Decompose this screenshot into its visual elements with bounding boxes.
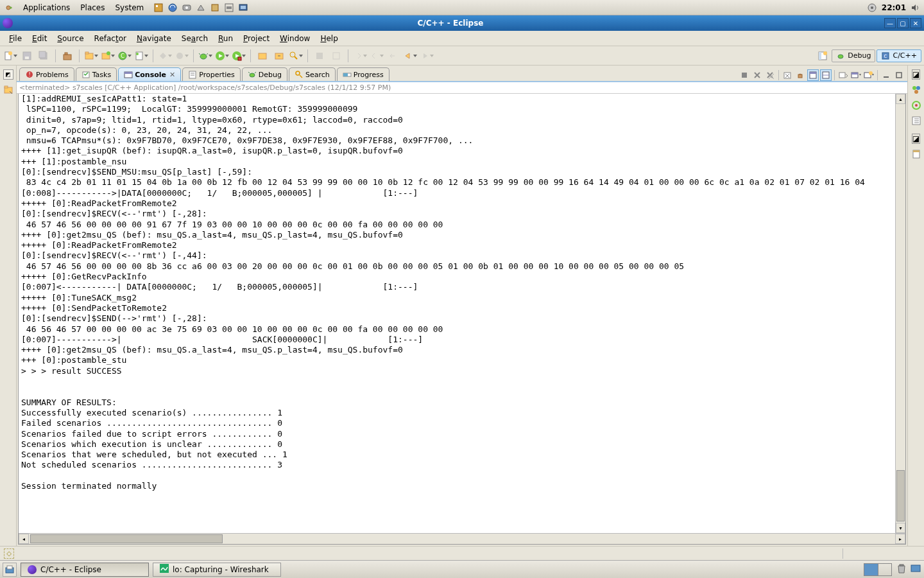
menu-refactor[interactable]: Refactor — [89, 32, 132, 45]
eclipse-window: C/C++ - Eclipse — ▢ ✕ File Edit Source R… — [0, 15, 924, 560]
tab-tasks[interactable]: Tasks — [76, 67, 117, 81]
new-class-button[interactable]: C — [117, 49, 132, 63]
run-button[interactable] — [214, 49, 230, 63]
gnome-applications-menu[interactable]: Applications — [18, 2, 75, 13]
menu-window[interactable]: Window — [275, 32, 315, 45]
project-explorer-icon[interactable] — [3, 85, 13, 97]
task-eclipse[interactable]: C/C++ - Eclipse — [21, 563, 149, 577]
maximize-button[interactable]: ▢ — [897, 18, 909, 28]
close-button[interactable]: ✕ — [910, 18, 921, 28]
show-desktop-button[interactable] — [3, 563, 17, 577]
menu-file[interactable]: File — [4, 32, 27, 45]
views-tab-row: ! Problems Tasks Console ✕ Properties — [17, 66, 907, 82]
restore-right-icon-2[interactable]: ◪ — [912, 134, 920, 144]
display-selected-console-button[interactable] — [837, 69, 849, 81]
terminate-button[interactable] — [739, 69, 750, 81]
menu-help[interactable]: Help — [315, 32, 343, 45]
svg-point-76 — [869, 71, 873, 75]
right-trim-stack: ◪ ◪ — [907, 66, 924, 546]
menu-search[interactable]: Search — [176, 32, 213, 45]
svg-text:C: C — [121, 53, 124, 59]
scroll-lock-button[interactable] — [794, 69, 806, 81]
show-console-button[interactable] — [820, 69, 832, 81]
minimize-button[interactable]: — — [884, 18, 896, 28]
launcher-icon-2[interactable] — [167, 2, 178, 13]
tab-search[interactable]: Search — [289, 67, 336, 81]
new-wizard-button[interactable] — [3, 49, 18, 63]
make-target-icon[interactable] — [911, 100, 921, 110]
remove-launch-button[interactable] — [751, 69, 763, 81]
launcher-icon-7[interactable] — [237, 2, 249, 13]
debug-button[interactable] — [198, 49, 213, 63]
clear-console-button[interactable] — [782, 69, 793, 81]
svg-rect-8 — [227, 6, 232, 9]
tab-progress[interactable]: Progress — [337, 67, 389, 81]
launcher-icon-5[interactable] — [209, 2, 221, 13]
menu-source[interactable]: Source — [52, 32, 89, 45]
tab-properties[interactable]: Properties — [182, 67, 241, 81]
new-folder-button[interactable] — [100, 49, 116, 63]
ext-tools-button[interactable] — [231, 49, 246, 63]
pin-console-button[interactable] — [807, 69, 819, 81]
menu-project[interactable]: Project — [238, 32, 275, 45]
launcher-icon-3[interactable] — [181, 2, 193, 13]
menu-run[interactable]: Run — [213, 32, 238, 45]
scroll-up-arrow[interactable]: ▴ — [896, 94, 905, 104]
scroll-down-arrow[interactable]: ▾ — [896, 523, 905, 533]
network-icon[interactable] — [866, 2, 878, 13]
remove-all-terminated-button[interactable] — [764, 69, 776, 81]
gnome-clock[interactable]: 22:01 — [878, 3, 910, 12]
launcher-icon-6[interactable] — [223, 2, 235, 13]
vscroll-thumb[interactable] — [896, 470, 905, 521]
volume-icon[interactable] — [910, 2, 921, 13]
console-vertical-scrollbar[interactable]: ▴ ▾ — [895, 94, 905, 533]
task-wireshark[interactable]: lo: Capturing - Wireshark — [153, 563, 281, 577]
minimize-view-button[interactable] — [880, 69, 892, 81]
console-horizontal-scrollbar[interactable]: ◂ ▸ — [19, 533, 905, 544]
svg-point-80 — [916, 86, 920, 90]
gnome-places-menu[interactable]: Places — [75, 2, 110, 13]
close-tab-icon[interactable]: ✕ — [169, 71, 175, 79]
launcher-icon-4[interactable] — [195, 2, 207, 13]
restore-right-icon-1[interactable]: ◪ — [912, 69, 920, 80]
distro-icon[interactable] — [3, 3, 18, 13]
svg-point-44 — [823, 51, 827, 55]
new-source-button[interactable] — [133, 49, 149, 63]
scroll-right-arrow[interactable]: ▸ — [895, 534, 905, 544]
open-type-button[interactable] — [255, 49, 270, 63]
tab-debug[interactable]: Debug — [242, 67, 287, 81]
outline-icon[interactable] — [911, 85, 921, 95]
hscroll-thumb[interactable] — [30, 534, 223, 543]
tray-app-icon[interactable] — [910, 563, 921, 576]
svg-rect-41 — [333, 53, 339, 59]
menu-navigate[interactable]: Navigate — [132, 32, 176, 45]
svg-point-81 — [914, 90, 918, 94]
new-console-view-button[interactable] — [863, 69, 875, 81]
open-perspective-button[interactable] — [815, 49, 830, 63]
cheatsheet-icon[interactable] — [911, 149, 921, 159]
menu-edit[interactable]: Edit — [27, 32, 52, 45]
tab-console[interactable]: Console ✕ — [118, 67, 181, 81]
tip-icon[interactable]: ◇ — [4, 548, 14, 559]
console-output[interactable]: [1]:addREMUI_sesIcAPatt1: state=1 lSPC=1… — [19, 94, 905, 491]
perspective-debug[interactable]: Debug — [832, 49, 875, 62]
back-button[interactable] — [402, 49, 418, 63]
window-titlebar[interactable]: C/C++ - Eclipse — ▢ ✕ — [0, 15, 924, 31]
launcher-icon-1[interactable] — [153, 2, 164, 13]
restore-left-icon[interactable]: ◩ — [3, 69, 13, 80]
gnome-system-menu[interactable]: System — [110, 2, 149, 13]
task-list-icon[interactable] — [911, 116, 921, 126]
perspective-cpp[interactable]: C C/C++ — [877, 49, 921, 62]
open-task-button[interactable] — [271, 49, 287, 63]
svg-rect-89 — [913, 150, 920, 152]
scroll-left-arrow[interactable]: ◂ — [19, 534, 29, 544]
search-tool-button[interactable] — [288, 49, 304, 63]
svg-point-12 — [871, 6, 873, 9]
open-console-button[interactable] — [850, 69, 862, 81]
tab-problems[interactable]: ! Problems — [19, 67, 74, 81]
maximize-view-button[interactable] — [893, 69, 905, 81]
trash-icon[interactable] — [896, 563, 907, 576]
workspace-switcher[interactable] — [864, 563, 892, 576]
build-button[interactable] — [60, 49, 75, 63]
new-project-button[interactable] — [83, 49, 99, 63]
